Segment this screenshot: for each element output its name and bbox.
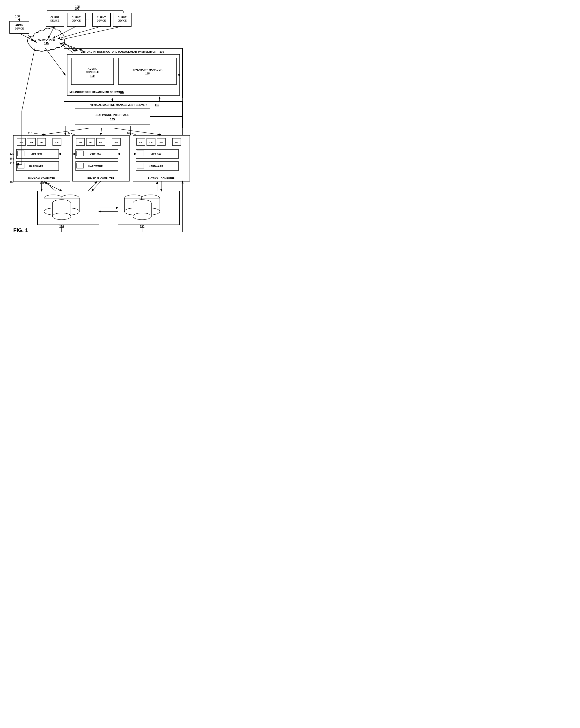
dots-1: . . .: [86, 17, 91, 21]
vm-mgmt-server-label: VIRTUAL MACHINE MANAGEMENT SERVER: [90, 103, 147, 106]
svg-text:145: 145: [110, 118, 115, 121]
svg-text:155: 155: [120, 91, 124, 94]
svg-text:VM: VM: [139, 141, 143, 144]
svg-text:VM: VM: [55, 141, 58, 144]
svg-text:VM: VM: [99, 141, 102, 144]
svg-text:VM: VM: [159, 141, 163, 144]
svg-text:130: 130: [159, 50, 164, 53]
svg-text:DEVICE: DEVICE: [118, 19, 127, 22]
svg-rect-84: [137, 151, 144, 156]
svg-line-87: [71, 133, 75, 135]
svg-point-105: [52, 213, 71, 220]
admin-device: ADMIN: [16, 24, 23, 27]
svg-text:. . .: . . .: [167, 141, 170, 144]
ref-180: 180: [10, 181, 14, 184]
ref-135-1: 135: [65, 131, 70, 134]
svg-text:VM: VM: [79, 141, 82, 144]
svg-text:VM: VM: [19, 141, 23, 144]
svg-text:VM: VM: [175, 141, 178, 144]
virt-sw-1: VIRT. S/W: [31, 153, 42, 156]
virt-sw-3: VIRT S/W: [151, 153, 161, 156]
svg-rect-86: [137, 163, 144, 168]
diagram: 100 106 105 105 CLIENT DEVICE: [0, 0, 194, 242]
svg-rect-31: [119, 58, 176, 85]
ref-105-label: 105: [74, 7, 79, 10]
svg-text:160: 160: [90, 74, 95, 77]
physical-computer-2: PHYSICAL COMPUTER: [87, 177, 115, 180]
svg-text:. . .: . . .: [47, 141, 51, 144]
svg-line-118: [42, 181, 62, 191]
svg-line-88: [132, 133, 136, 135]
software-interface: SOFTWARE INTERFACE: [96, 113, 129, 117]
ref-110: 110: [28, 132, 32, 135]
svg-text:165: 165: [145, 72, 150, 75]
svg-rect-56: [18, 151, 24, 156]
inventory-manager: INVENTORY MANAGER: [132, 68, 162, 71]
svg-line-129: [46, 48, 65, 75]
svg-text:140: 140: [155, 103, 159, 106]
client-device-3: CLIENT: [97, 16, 106, 19]
hardware-1: HARDWARE: [29, 165, 44, 168]
svg-line-91: [101, 128, 102, 135]
svg-text:DEVICE: DEVICE: [72, 19, 81, 22]
vim-server-label: VIRTUAL INFRASTRUCTURE MANAGEMENT (VIM) …: [80, 50, 156, 53]
svg-line-120: [92, 181, 101, 191]
ref-100: 100: [15, 15, 20, 18]
svg-text:VM: VM: [149, 141, 153, 144]
svg-rect-70: [77, 151, 83, 156]
hardware-2: HARDWARE: [89, 165, 103, 168]
svg-text:VM: VM: [29, 141, 33, 144]
physical-computer-1: PHYSICAL COMPUTER: [28, 177, 55, 180]
svg-text:VM: VM: [89, 141, 92, 144]
svg-line-134: [22, 47, 35, 111]
svg-line-121: [88, 182, 97, 191]
virt-sw-2: VIRT. S/W: [90, 153, 101, 156]
client-device-1: CLIENT: [51, 16, 59, 19]
svg-text:115: 115: [44, 42, 49, 45]
svg-point-116: [133, 213, 151, 220]
admin-console: ADMIN.: [87, 67, 97, 70]
storage-1: 150: [37, 191, 99, 228]
svg-text:CONSOLE: CONSOLE: [86, 71, 99, 74]
ref-125: 125: [10, 162, 14, 165]
svg-line-92: [114, 128, 161, 135]
infra-mgmt-software: INFRASTRUCTURE MANAGEMENT SOFTWARE: [69, 91, 124, 94]
client-device-2: CLIENT: [72, 16, 80, 19]
fig-label: FIG. 1: [13, 227, 28, 233]
ref-185: 185: [10, 157, 14, 160]
svg-line-22: [60, 26, 122, 40]
storage-2: 150: [118, 191, 180, 228]
hardware-3: HARDWARE: [149, 165, 163, 168]
physical-computer-3: PHYSICAL COMPUTER: [148, 177, 175, 180]
ref-120: 120: [10, 152, 14, 155]
svg-text:DEVICE: DEVICE: [50, 19, 59, 22]
svg-rect-72: [77, 163, 83, 168]
svg-line-119: [45, 182, 56, 191]
svg-text:NETWORK(S): NETWORK(S): [38, 38, 55, 41]
svg-rect-58: [18, 163, 24, 168]
client-device-4: CLIENT: [118, 16, 126, 19]
svg-text:VM: VM: [40, 141, 43, 144]
svg-text:DEVICE: DEVICE: [97, 19, 106, 22]
svg-text:VM: VM: [115, 141, 118, 144]
svg-text:DEVICE: DEVICE: [15, 27, 24, 30]
svg-text:. . .: . . .: [106, 141, 110, 144]
